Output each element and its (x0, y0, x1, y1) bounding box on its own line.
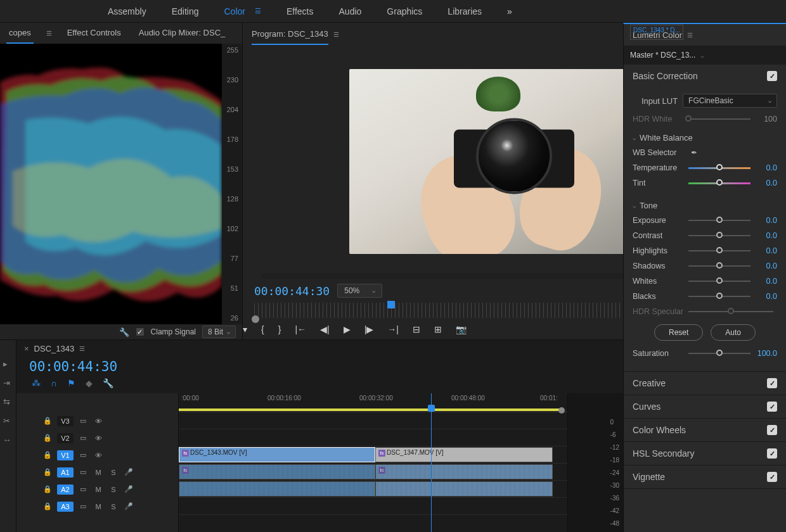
hsl-secondary-toggle[interactable]: ✓ (767, 448, 777, 459)
audio-clip-1a[interactable]: fx (179, 464, 375, 479)
program-timecode[interactable]: 00:00:44:30 (254, 284, 330, 298)
insert-icon[interactable]: ⁂ (32, 378, 41, 388)
timeline-playhead[interactable] (431, 393, 432, 532)
export-frame-button[interactable]: 📷 (456, 324, 467, 334)
exposure-value[interactable]: 0.0 (754, 216, 777, 225)
timeline-settings-icon[interactable]: 🔧 (103, 378, 113, 388)
slip-tool-icon[interactable]: ↔ (3, 435, 13, 445)
hsl-secondary-header[interactable]: HSL Secondary✓ (624, 442, 786, 465)
workspace-tab-audio[interactable]: Audio (339, 6, 362, 16)
timeline-ruler[interactable]: :00:00 00:00:16:00 00:00:32:00 00:00:48:… (179, 393, 567, 412)
bitdepth-dropdown[interactable]: 8 Bit⌵ (202, 326, 236, 338)
workspace-menu-icon[interactable]: ☰ (255, 7, 261, 15)
basic-correction-header[interactable]: Basic Correction ✓ (624, 65, 786, 87)
vignette-toggle[interactable]: ✓ (767, 472, 777, 482)
add-marker-button[interactable]: ▾ (243, 324, 247, 334)
scope-settings-icon[interactable]: 🔧 (119, 327, 129, 337)
track-header-a3[interactable]: 🔒A3▭MS🎤 (16, 498, 178, 515)
go-to-in-button[interactable]: |← (295, 324, 306, 334)
saturation-value[interactable]: 100.0 (754, 349, 777, 358)
track-header-v3[interactable]: 🔒V3▭👁 (16, 412, 178, 429)
highlights-value[interactable]: 0.0 (754, 246, 777, 255)
tab-scopes[interactable]: copes (6, 23, 34, 44)
color-wheels-header[interactable]: Color Wheels✓ (624, 419, 786, 441)
mark-out-button[interactable]: } (278, 324, 281, 334)
panel-menu-icon[interactable]: ☰ (46, 30, 52, 37)
vignette-header[interactable]: Vignette✓ (624, 466, 786, 488)
basic-correction-toggle[interactable]: ✓ (767, 71, 777, 81)
clamp-signal-checkbox[interactable]: ✓ (136, 327, 145, 336)
video-clip-1[interactable]: fxDSC_1343.MOV [V] (179, 447, 375, 462)
shadows-slider[interactable] (688, 265, 751, 267)
track-header-a2[interactable]: 🔒A2▭MS🎤 (16, 481, 178, 498)
go-to-out-button[interactable]: →| (387, 324, 399, 334)
creative-header[interactable]: Creative✓ (624, 372, 786, 395)
timeline-track-area[interactable]: :00:00 00:00:16:00 00:00:32:00 00:00:48:… (179, 393, 567, 532)
step-forward-button[interactable]: |▶ (364, 324, 374, 334)
audio-clip-1b[interactable] (179, 481, 375, 497)
mark-in-button[interactable]: { (261, 324, 264, 334)
track-select-tool-icon[interactable]: ⇥ (3, 378, 13, 388)
track-header-a1[interactable]: 🔒A1▭MS🎤 (16, 464, 178, 481)
linked-selection-icon[interactable]: ⚑ (67, 378, 75, 388)
workspace-tab-color[interactable]: Color (224, 6, 245, 16)
selection-tool-icon[interactable]: ▸ (3, 359, 13, 369)
marker-icon[interactable]: ◆ (86, 378, 93, 388)
contrast-slider[interactable] (688, 235, 751, 236)
in-out-range[interactable] (179, 408, 561, 411)
tint-slider[interactable] (688, 182, 751, 184)
temperature-slider[interactable] (688, 167, 751, 169)
tint-value[interactable]: 0.0 (754, 179, 777, 187)
track-header-v1[interactable]: 🔒V1▭👁 (16, 446, 178, 464)
ripple-tool-icon[interactable]: ⇆ (3, 397, 13, 407)
snap-icon[interactable]: ∩ (51, 378, 57, 388)
play-button[interactable]: ▶ (344, 324, 351, 334)
program-menu-icon[interactable]: ☰ (333, 31, 339, 38)
sequence-name[interactable]: DSC_1343 (34, 344, 75, 353)
creative-toggle[interactable]: ✓ (767, 378, 777, 388)
workspace-tab-editing[interactable]: Editing (172, 6, 199, 16)
exposure-slider[interactable] (688, 220, 751, 221)
eyedropper-icon[interactable]: ✒ (691, 148, 697, 157)
color-wheels-toggle[interactable]: ✓ (767, 425, 777, 435)
workspace-tab-effects[interactable]: Effects (287, 6, 314, 16)
workspace-tab-libraries[interactable]: Libraries (448, 6, 482, 16)
tab-audio-clip-mixer[interactable]: Audio Clip Mixer: DSC_ (136, 23, 228, 44)
temperature-value[interactable]: 0.0 (754, 163, 777, 172)
whites-value[interactable]: 0.0 (754, 277, 777, 286)
white-balance-header[interactable]: ⌵White Balance (633, 130, 777, 145)
whites-slider[interactable] (688, 281, 751, 282)
lift-button[interactable]: ⊟ (413, 324, 420, 334)
zoom-dropdown[interactable]: 50%⌵ (337, 284, 382, 298)
chevron-down-icon[interactable]: ⌵ (700, 52, 704, 59)
master-clip-label[interactable]: Master * DSC_13... (630, 51, 695, 60)
input-lut-dropdown[interactable]: FGCineBasic⌵ (683, 94, 777, 108)
contrast-value[interactable]: 0.0 (754, 231, 777, 240)
blacks-slider[interactable] (688, 296, 751, 297)
lumetri-menu-icon[interactable]: ☰ (687, 32, 693, 39)
close-sequence-icon[interactable]: × (24, 344, 29, 353)
workspace-tab-assembly[interactable]: Assembly (108, 6, 146, 16)
saturation-slider[interactable] (688, 353, 751, 354)
active-clip-label[interactable]: DSC_1343 * D... (630, 25, 683, 40)
tab-effect-controls[interactable]: Effect Controls (65, 23, 124, 44)
timeline-timecode[interactable]: 00:00:44:30 (29, 359, 117, 374)
reset-button[interactable]: Reset (654, 324, 703, 341)
workspace-overflow-icon[interactable]: » (507, 6, 512, 16)
extract-button[interactable]: ⊞ (434, 324, 442, 334)
audio-clip-2b[interactable] (375, 481, 553, 497)
sequence-menu-icon[interactable]: ☰ (79, 345, 85, 352)
tone-header[interactable]: ⌵Tone (633, 198, 777, 213)
shadows-value[interactable]: 0.0 (754, 262, 777, 270)
zoom-handle-left[interactable] (252, 315, 259, 323)
workspace-tab-graphics[interactable]: Graphics (387, 6, 422, 16)
razor-tool-icon[interactable]: ✂ (3, 416, 13, 426)
track-header-v2[interactable]: 🔒V2▭👁 (16, 429, 178, 446)
mini-playhead[interactable] (387, 301, 395, 308)
curves-header[interactable]: Curves✓ (624, 395, 786, 418)
blacks-value[interactable]: 0.0 (754, 292, 777, 301)
step-back-button[interactable]: ◀| (320, 324, 330, 334)
curves-toggle[interactable]: ✓ (767, 402, 777, 412)
auto-button[interactable]: Auto (711, 324, 756, 341)
highlights-slider[interactable] (688, 250, 751, 251)
